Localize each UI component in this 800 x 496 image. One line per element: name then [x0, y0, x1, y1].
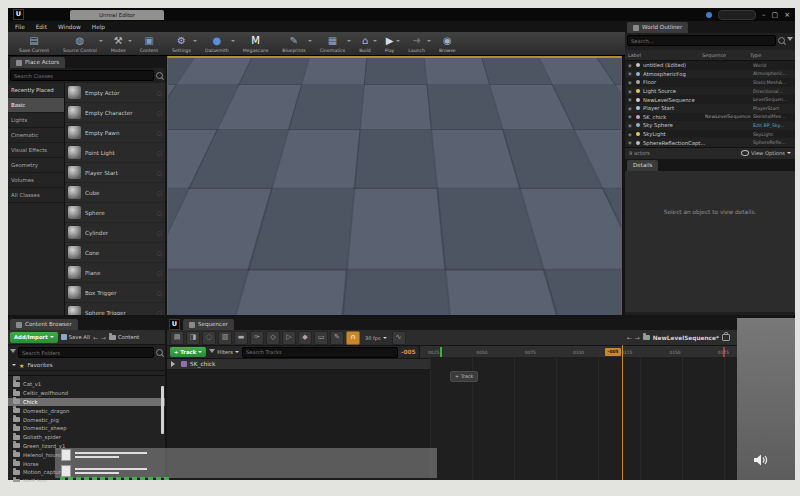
place-actors-category[interactable]: All Classes	[8, 188, 64, 203]
toolbar-button[interactable]: ➜ Launch	[401, 32, 432, 55]
viewport-maximize-button[interactable]: ▢	[607, 61, 618, 72]
outliner-row[interactable]: ◉ SkyLight SkyLight	[625, 130, 795, 139]
drag-grip-icon[interactable]: ◌	[157, 289, 162, 296]
place-actors-item[interactable]: Point Light ◌	[65, 143, 165, 163]
outliner-row[interactable]: ◉ untitled (Edited) World	[625, 61, 795, 70]
outliner-row[interactable]: ◉ Light Source Directional...	[625, 87, 795, 96]
place-actors-category[interactable]: Lights	[8, 113, 64, 128]
eye-icon[interactable]: ◉	[628, 89, 636, 94]
toolbar-button[interactable]: ⌂ Build	[352, 32, 378, 55]
sequence-breadcrumb[interactable]: NewLevelSequence*	[653, 335, 719, 341]
outliner-row[interactable]: ◉ SphereReflectionCapt... SphereRefle...	[625, 138, 795, 147]
playback-options-icon[interactable]: ◇	[266, 331, 280, 345]
eye-icon[interactable]: ◉	[628, 132, 636, 137]
Domestic_sheep[interactable]: Domestic_sheep	[8, 424, 165, 433]
rotate-tool-icon[interactable]: ↻	[438, 60, 451, 73]
toolbar-button[interactable]: ✎ Blueprints	[275, 32, 312, 55]
curves-icon[interactable]: ✎	[330, 331, 344, 345]
drag-grip-icon[interactable]: ◌	[157, 309, 162, 315]
grid-snap-icon[interactable]: ▦ 10	[498, 60, 522, 73]
viewport-options-button[interactable]: ▾	[171, 60, 184, 73]
toolbar-button[interactable]: ▣ Content	[133, 32, 165, 55]
drag-grip-icon[interactable]: ◌	[157, 249, 162, 256]
place-actors-category[interactable]: Visual Effects	[8, 143, 64, 158]
drag-grip-icon[interactable]: ◌	[157, 169, 162, 176]
lock-icon[interactable]	[722, 334, 730, 341]
volume-icon[interactable]	[753, 452, 769, 471]
place-actors-search-input[interactable]	[10, 70, 154, 81]
expand-track-icon[interactable]	[171, 361, 178, 367]
keyframe-options-icon[interactable]: ◆	[298, 331, 312, 345]
curve-editor-icon[interactable]: ∿	[392, 331, 406, 345]
move-tool-icon[interactable]: ✛	[423, 60, 436, 73]
playhead-marker[interactable]: -005	[605, 348, 621, 356]
scrollbar-thumb[interactable]	[161, 386, 164, 434]
viewport[interactable]: ▾ Perspective Lit Show ➤ ✛ ↻ ◱ ◍ ▼ ▦ 10 …	[167, 56, 622, 315]
toolbar-button[interactable]: ◍ Source Control	[56, 32, 104, 55]
framerate-dropdown[interactable]: 30 fps	[362, 335, 390, 341]
toolbar-button[interactable]: ▶ Play	[378, 32, 402, 55]
outliner-row[interactable]: ◉ Sky Sphere Edit BP_Sky...	[625, 121, 795, 130]
viewport-lit-button[interactable]: Lit	[243, 60, 268, 73]
outliner-column-headers[interactable]: Label Sequence Type	[625, 50, 795, 61]
menu-item[interactable]: Edit	[36, 24, 47, 30]
outliner-row[interactable]: ◉ NewLevelSequence LevelSequen...	[625, 95, 795, 104]
place-actors-item[interactable]: Sphere Trigger ◌	[65, 303, 165, 315]
scale-snap-icon[interactable]: ◲ 0.25	[552, 60, 581, 73]
place-actors-item[interactable]: Empty Actor ◌	[65, 83, 165, 103]
place-actors-item[interactable]: Cone ◌	[65, 243, 165, 263]
add-track-button[interactable]: + Track	[170, 347, 206, 357]
Cat_v1[interactable]: Cat_v1	[8, 380, 165, 389]
Domestic_pig[interactable]: Domestic_pig	[8, 415, 165, 424]
view-options-button[interactable]: View Options	[741, 150, 791, 156]
chick-mesh[interactable]	[365, 196, 406, 233]
filters-button[interactable]: Filters	[209, 349, 239, 356]
folders-search-input[interactable]	[18, 347, 154, 358]
toolbar-button[interactable]: ▦ Cinematics	[313, 32, 353, 55]
place-actors-item[interactable]: Empty Character ◌	[65, 103, 165, 123]
eye-icon[interactable]: ◉	[628, 63, 636, 68]
viewport-show-button[interactable]: Show	[270, 60, 296, 73]
toolbar-button[interactable]: ◉ Browse	[432, 32, 463, 55]
menu-item[interactable]: Help	[92, 24, 105, 30]
clapperboard-icon[interactable]: ▬	[234, 331, 248, 345]
scale-tool-icon[interactable]: ◱	[453, 60, 466, 73]
Domestic_dragon[interactable]: Domestic_dragon	[8, 406, 165, 415]
filter-icon[interactable]	[787, 37, 793, 44]
track-search-input[interactable]	[242, 347, 398, 358]
drag-grip-icon[interactable]: ◌	[157, 209, 162, 216]
place-actors-item[interactable]: Player Start ◌	[65, 163, 165, 183]
place-actors-category[interactable]: Volumes	[8, 173, 64, 188]
toolbar-button[interactable]: ● Datasmith	[198, 32, 236, 55]
camera-speed-icon[interactable]: ◉ 1	[583, 60, 604, 73]
Chick[interactable]: Chick	[8, 398, 165, 407]
outliner-row[interactable]: ◉ SK_chick NewLevelSequence SkeletalMes.…	[625, 113, 795, 122]
tab-place-actors[interactable]: Place Actors	[10, 57, 65, 68]
edit-tools-icon[interactable]: ✑	[250, 331, 264, 345]
rotation-snap-icon[interactable]: ∠ 10°	[524, 60, 551, 73]
outliner-row[interactable]: ◉ AtmosphericFog Atmospheric...	[625, 70, 795, 79]
add-track-inline-button[interactable]: + Track	[450, 371, 478, 382]
drag-grip-icon[interactable]: ◌	[157, 229, 162, 236]
place-actors-item[interactable]: Sphere ◌	[65, 203, 165, 223]
playback-start-marker[interactable]	[440, 347, 442, 357]
sequence-back-button[interactable]: ←	[627, 334, 632, 341]
toolbar-button[interactable]: ⚙ Settings	[165, 32, 198, 55]
add-import-button[interactable]: Add/Import	[10, 332, 58, 343]
Goliath_spider[interactable]: Goliath_spider	[8, 433, 165, 442]
drag-grip-icon[interactable]: ◌	[157, 189, 162, 196]
drag-grip-icon[interactable]: ◌	[157, 269, 162, 276]
snap-magnet-icon[interactable]: ∩	[346, 331, 360, 345]
drag-grip-icon[interactable]: ◌	[157, 149, 162, 156]
eye-icon[interactable]: ◉	[628, 71, 636, 76]
select-tool-icon[interactable]: ➤	[408, 60, 421, 73]
sequence-forward-button[interactable]: →	[635, 334, 640, 341]
place-actors-item[interactable]: Empty Pawn ◌	[65, 123, 165, 143]
eye-icon[interactable]: ◉	[628, 123, 636, 128]
filter-icon[interactable]	[10, 349, 16, 356]
current-time-field[interactable]: -005	[401, 349, 419, 355]
viewport-perspective-button[interactable]: Perspective	[187, 60, 240, 73]
eye-icon[interactable]: ◉	[628, 80, 636, 85]
place-actors-category[interactable]: Basic	[8, 98, 64, 113]
place-actors-item[interactable]: Cylinder ◌	[65, 223, 165, 243]
